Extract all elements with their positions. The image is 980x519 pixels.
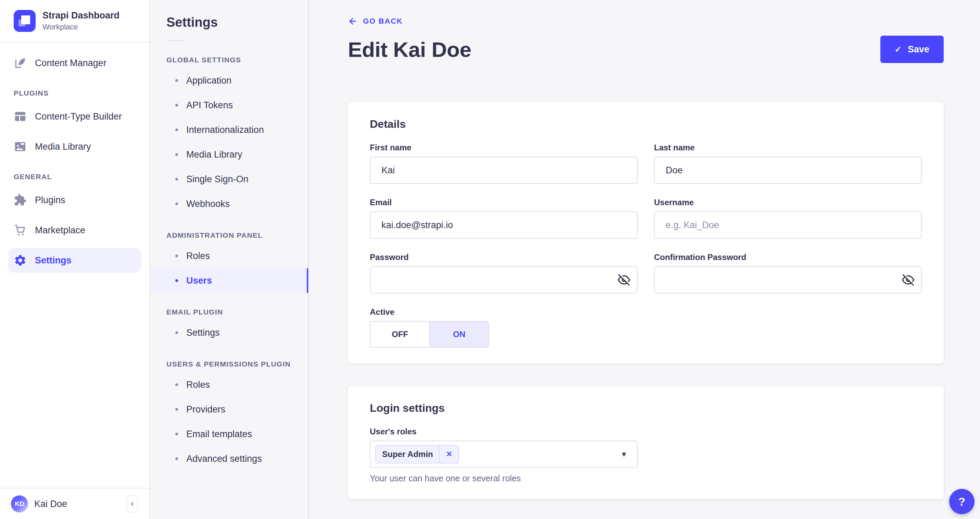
sidebar-item-label: Settings xyxy=(35,255,72,266)
email-field: Email xyxy=(370,197,638,239)
collapse-sidebar-button[interactable] xyxy=(126,495,138,513)
strapi-admin-app: Strapi Dashboard Workplace Content Manag… xyxy=(0,0,980,519)
sidebar-item-label: Media Library xyxy=(35,142,91,152)
password-input[interactable] xyxy=(370,266,638,294)
bullet-icon xyxy=(175,331,178,334)
subnav-item-admin-roles[interactable]: Roles xyxy=(150,244,308,268)
subnav-divider xyxy=(166,40,183,41)
page-title: Edit Kai Doe xyxy=(348,37,471,62)
role-chip-label: Super Admin xyxy=(376,449,439,459)
toggle-off-button[interactable]: OFF xyxy=(371,322,430,347)
subnav-item-email-templates[interactable]: Email templates xyxy=(150,422,308,446)
login-settings-title: Login settings xyxy=(370,402,922,414)
arrow-left-icon xyxy=(348,16,358,26)
last-name-label: Last name xyxy=(654,143,922,153)
strapi-logo xyxy=(14,10,36,32)
active-toggle: OFF ON xyxy=(370,321,489,348)
subnav-title: Settings xyxy=(150,0,308,30)
feather-pen-icon xyxy=(14,57,27,70)
last-name-field: Last name xyxy=(654,143,922,184)
subnav-item-label: Providers xyxy=(186,404,225,415)
bullet-icon xyxy=(175,279,178,282)
sidebar-item-settings[interactable]: Settings xyxy=(8,248,141,273)
subnav-item-api-tokens[interactable]: API Tokens xyxy=(150,93,308,118)
bullet-icon xyxy=(175,178,178,180)
eye-off-icon xyxy=(618,274,630,286)
sidebar-item-content-type-builder[interactable]: Content-Type Builder xyxy=(8,104,141,129)
confirmation-password-input-wrap xyxy=(654,266,922,294)
go-back-link[interactable]: GO BACK xyxy=(348,16,402,26)
subnav-item-label: API Tokens xyxy=(186,100,233,111)
confirmation-password-label: Confirmation Password xyxy=(654,253,922,262)
password-field: Password xyxy=(370,253,638,294)
main-content: GO BACK Edit Kai Doe ✓ Save Details Firs… xyxy=(309,0,980,519)
bullet-icon xyxy=(175,202,178,205)
subnav-item-up-roles[interactable]: Roles xyxy=(150,373,308,397)
chevron-left-icon xyxy=(129,501,135,507)
question-mark-icon: ? xyxy=(958,495,966,508)
email-input[interactable] xyxy=(370,212,638,239)
sidebar-item-label: Content Manager xyxy=(35,58,107,68)
subnav-item-label: Webhooks xyxy=(186,199,230,209)
bullet-icon xyxy=(175,433,178,435)
roles-select[interactable]: Super Admin ✕ ▼ xyxy=(370,441,638,468)
subnav-item-label: Internationalization xyxy=(186,125,264,135)
username-input[interactable] xyxy=(654,212,922,239)
subnav-item-single-sign-on[interactable]: Single Sign-On xyxy=(150,167,308,191)
subnav-item-advanced-settings[interactable]: Advanced settings xyxy=(150,446,308,471)
remove-role-icon[interactable]: ✕ xyxy=(439,446,458,463)
toggle-password-visibility-button[interactable] xyxy=(618,274,630,286)
avatar[interactable]: KD xyxy=(11,495,28,513)
go-back-label: GO BACK xyxy=(363,17,402,26)
subnav-item-application[interactable]: Application xyxy=(150,68,308,93)
username-label: Username xyxy=(654,197,922,207)
sidebar-item-plugins[interactable]: Plugins xyxy=(8,188,141,212)
users-roles-label: User's roles xyxy=(370,427,922,436)
subnav-item-providers[interactable]: Providers xyxy=(150,397,308,422)
first-name-label: First name xyxy=(370,143,638,153)
bullet-icon xyxy=(175,129,178,131)
last-name-input-wrap xyxy=(654,156,922,184)
active-toggle-block: Active OFF ON xyxy=(370,307,922,348)
subnav-item-admin-users[interactable]: Users xyxy=(150,268,308,293)
sidebar-user-footer: KD Kai Doe xyxy=(0,488,149,519)
sidebar-item-media-library[interactable]: Media Library xyxy=(8,134,141,159)
subnav-item-label: Application xyxy=(186,75,231,86)
details-card: Details First name Last name Email xyxy=(348,102,944,363)
check-icon: ✓ xyxy=(895,45,902,54)
first-name-input[interactable] xyxy=(370,156,638,184)
bullet-icon xyxy=(175,153,178,156)
toggle-on-button[interactable]: ON xyxy=(430,322,488,347)
subnav-section-global-settings: GLOBAL SETTINGS xyxy=(150,56,308,64)
save-button[interactable]: ✓ Save xyxy=(880,36,944,63)
subnav-section-email-plugin: EMAIL PLUGIN xyxy=(150,308,308,316)
first-name-input-wrap xyxy=(370,156,638,184)
details-fields-grid: First name Last name Email xyxy=(370,143,922,307)
login-settings-card: Login settings User's roles Super Admin … xyxy=(348,386,944,499)
subnav-item-internationalization[interactable]: Internationalization xyxy=(150,118,308,142)
email-input-wrap xyxy=(370,212,638,239)
first-name-field: First name xyxy=(370,143,638,184)
subnav-item-webhooks[interactable]: Webhooks xyxy=(150,191,308,216)
sidebar-item-label: Content-Type Builder xyxy=(35,111,122,122)
help-button[interactable]: ? xyxy=(949,489,975,514)
subnav-item-label: Roles xyxy=(186,380,210,390)
workspace-header[interactable]: Strapi Dashboard Workplace xyxy=(0,0,149,43)
password-label: Password xyxy=(370,253,638,262)
subnav-item-media-library[interactable]: Media Library xyxy=(150,142,308,167)
confirmation-password-input[interactable] xyxy=(654,266,922,294)
subnav-item-label: Settings xyxy=(186,328,220,338)
subnav-item-email-settings[interactable]: Settings xyxy=(150,320,308,345)
bullet-icon xyxy=(175,255,178,257)
strapi-logo-shape-front xyxy=(21,16,30,24)
sidebar-item-content-manager[interactable]: Content Manager xyxy=(8,51,141,75)
bullet-icon xyxy=(175,79,178,82)
roles-helper-text: Your user can have one or several roles xyxy=(370,473,922,483)
role-chip: Super Admin ✕ xyxy=(375,445,459,463)
last-name-input[interactable] xyxy=(654,156,922,184)
sidebar-item-marketplace[interactable]: Marketplace xyxy=(8,218,141,242)
page-header: Edit Kai Doe ✓ Save xyxy=(348,36,944,63)
bullet-icon xyxy=(175,457,178,460)
app-title: Strapi Dashboard xyxy=(43,10,119,22)
toggle-confirmation-password-visibility-button[interactable] xyxy=(902,274,914,286)
